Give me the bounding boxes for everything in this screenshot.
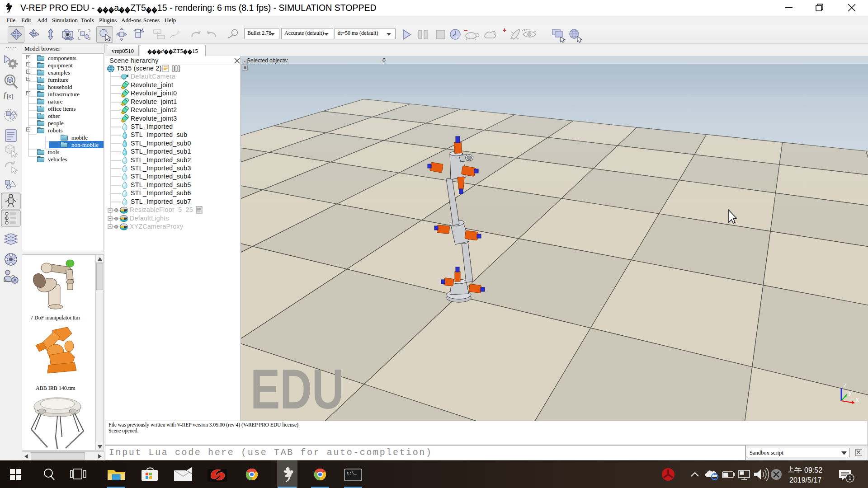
svg-text:f: f — [4, 90, 7, 99]
svg-text:z: z — [843, 382, 847, 389]
svg-text:x: x — [855, 396, 859, 404]
svg-text:RT: RT — [456, 35, 461, 38]
svg-text:[x]: [x] — [7, 93, 13, 99]
svg-text:EDU: EDU — [250, 358, 344, 421]
svg-text:1: 1 — [849, 475, 851, 481]
svg-text:09:52: 09:52 — [804, 466, 822, 474]
svg-text:C:\_: C:\_ — [347, 471, 357, 476]
svg-text:y: y — [848, 389, 852, 396]
svg-text:2019/5/17: 2019/5/17 — [789, 476, 821, 484]
